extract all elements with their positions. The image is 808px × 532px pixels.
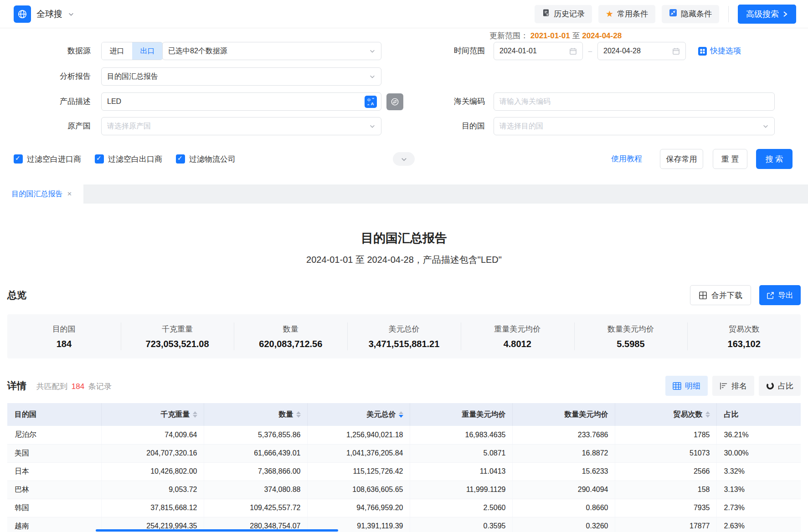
- date-from-value: 2024-01-01: [499, 47, 537, 55]
- table-row: 韩国 37,815,668.12 109,425,557.72 94,766,9…: [7, 499, 801, 517]
- stat-value: 184: [57, 339, 72, 349]
- calendar-icon: [569, 47, 577, 55]
- view-share-button[interactable]: 占比: [759, 376, 801, 396]
- cell-usd-per-qty: 0.3260: [512, 517, 615, 532]
- view-detail-label: 明细: [685, 381, 700, 391]
- stat-value: 4.8012: [504, 339, 531, 349]
- cell-usd-per-weight: 5.0871: [410, 444, 512, 462]
- stat-label: 目的国: [52, 324, 76, 334]
- col-usd-total[interactable]: 美元总价: [307, 403, 410, 426]
- col-destination[interactable]: 目的国: [7, 403, 101, 426]
- view-detail-button[interactable]: 明细: [665, 376, 708, 396]
- cell-share: 2.63%: [716, 517, 801, 532]
- stat-value: 163,102: [728, 339, 761, 349]
- cell-destination: 日本: [7, 462, 101, 481]
- cell-share: 36.21%: [716, 426, 801, 444]
- destination-select[interactable]: 请选择目的国: [494, 117, 775, 135]
- history-icon: [542, 9, 550, 19]
- stat-label: 数量美元均价: [607, 324, 654, 334]
- import-toggle[interactable]: 进口: [102, 42, 132, 60]
- chevron-down-icon: [369, 48, 376, 54]
- calendar-icon: [672, 47, 680, 55]
- filter-logistics-checkbox[interactable]: 过滤物流公司: [176, 154, 236, 164]
- synonym-expand-button[interactable]: [386, 93, 403, 110]
- cell-share: 3.13%: [716, 481, 801, 499]
- stat-label: 贸易次数: [729, 324, 760, 334]
- cell-usd-total: 108,636,605.65: [307, 481, 410, 499]
- collapse-filters-button[interactable]: [393, 152, 415, 166]
- update-range-label: 更新范围：: [489, 31, 528, 40]
- col-quantity[interactable]: 数量: [204, 403, 307, 426]
- col-label: 贸易次数: [674, 410, 703, 419]
- hide-conditions-button[interactable]: 隐藏条件: [662, 5, 719, 23]
- save-favorite-button[interactable]: 保存常用: [660, 149, 703, 169]
- cell-trade-count: 1785: [615, 426, 716, 444]
- hide-conditions-label: 隐藏条件: [681, 9, 712, 19]
- cell-kg-weight: 204,707,320.16: [101, 444, 204, 462]
- merge-download-button[interactable]: 合并下载: [690, 285, 751, 305]
- history-label: 历史记录: [554, 9, 585, 19]
- report-type-select[interactable]: 目的国汇总报告: [101, 67, 381, 86]
- quick-options-label: 快捷选项: [710, 42, 741, 60]
- export-button[interactable]: 导出: [759, 285, 801, 305]
- filter-checkboxes: 过滤空白进口商 过滤空白出口商 过滤物流公司: [14, 149, 236, 169]
- stat-value: 3,471,515,881.21: [369, 339, 440, 349]
- col-trade-count[interactable]: 贸易次数: [615, 403, 716, 426]
- tutorial-link[interactable]: 使用教程: [611, 149, 642, 169]
- sort-icon[interactable]: [296, 411, 301, 418]
- origin-country-select[interactable]: 请选择原产国: [101, 117, 381, 135]
- quick-options-link[interactable]: 快捷选项: [698, 42, 741, 60]
- chevron-down-icon: [401, 156, 407, 163]
- sort-icon[interactable]: [193, 411, 197, 418]
- search-button[interactable]: 搜 索: [756, 149, 793, 169]
- chevron-down-icon[interactable]: [68, 11, 74, 17]
- synonym-expand-icon: [390, 97, 400, 107]
- date-from-input[interactable]: 2024-01-01: [494, 42, 583, 60]
- sort-icon-active[interactable]: [399, 411, 403, 418]
- table-row: 美国 204,707,320.16 61,666,439.01 1,041,37…: [7, 444, 801, 462]
- export-icon: [767, 292, 774, 299]
- filter-blank-exporters-checkbox[interactable]: 过滤空白出口商: [95, 154, 162, 164]
- cell-usd-per-weight: 0.3595: [410, 517, 512, 532]
- cell-destination: 美国: [7, 444, 101, 462]
- close-icon[interactable]: ×: [67, 189, 72, 199]
- sort-icon[interactable]: [705, 411, 710, 418]
- update-range-to-word: 至: [572, 31, 580, 40]
- details-header: 详情 共匹配到 184 条记录 明细 排名 占比: [0, 376, 808, 396]
- col-label: 数量: [279, 410, 293, 419]
- cell-destination: 尼泊尔: [7, 426, 101, 444]
- table-header-row: 目的国 千克重量 数量 美元总价 重量美元均价 数量美元均价 贸易次数 占比: [7, 403, 801, 426]
- date-to-input[interactable]: 2024-04-28: [597, 42, 686, 60]
- history-button[interactable]: 历史记录: [535, 5, 592, 23]
- col-share[interactable]: 占比: [716, 403, 801, 426]
- translate-icon[interactable]: 中A: [365, 96, 377, 108]
- filter-blank-importers-checkbox[interactable]: 过滤空白进口商: [14, 154, 81, 164]
- col-usd-per-qty[interactable]: 数量美元均价: [512, 403, 615, 426]
- export-toggle[interactable]: 出口: [132, 42, 163, 60]
- view-rank-button[interactable]: 排名: [712, 376, 754, 396]
- update-range-note: 更新范围： 2021-01-01 至 2024-04-28: [489, 31, 622, 41]
- favorites-button[interactable]: ★ 常用条件: [598, 5, 655, 23]
- cell-trade-count: 158: [615, 481, 716, 499]
- cell-quantity: 61,666,439.01: [204, 444, 307, 462]
- data-source-select[interactable]: 已选中82个数据源: [162, 42, 381, 60]
- date-separator: –: [585, 42, 596, 60]
- overview-header: 总览 合并下载 导出: [0, 285, 808, 305]
- favorites-label: 常用条件: [617, 9, 648, 19]
- tab-destination-report[interactable]: 目的国汇总报告 ×: [0, 184, 83, 204]
- merge-download-label: 合并下载: [711, 290, 742, 301]
- col-kg-weight[interactable]: 千克重量: [101, 403, 204, 426]
- stat-trade-count: 贸易次数 163,102: [687, 314, 801, 358]
- stat-label: 千克重量: [162, 324, 193, 334]
- brand[interactable]: 全球搜: [14, 5, 74, 23]
- reset-button[interactable]: 重 置: [713, 149, 747, 169]
- hs-code-input[interactable]: [494, 92, 775, 111]
- page-title: 目的国汇总报告: [0, 230, 808, 246]
- advanced-search-button[interactable]: 高级搜索: [738, 5, 796, 24]
- global-search-app: 全球搜 历史记录 ★ 常用条件 隐藏条件: [0, 0, 808, 532]
- cell-share: 3.32%: [716, 462, 801, 481]
- product-desc-input[interactable]: [101, 92, 381, 111]
- col-usd-per-weight[interactable]: 重量美元均价: [410, 403, 512, 426]
- horizontal-scrollbar[interactable]: [96, 529, 338, 532]
- top-bar: 全球搜 历史记录 ★ 常用条件 隐藏条件: [0, 0, 808, 28]
